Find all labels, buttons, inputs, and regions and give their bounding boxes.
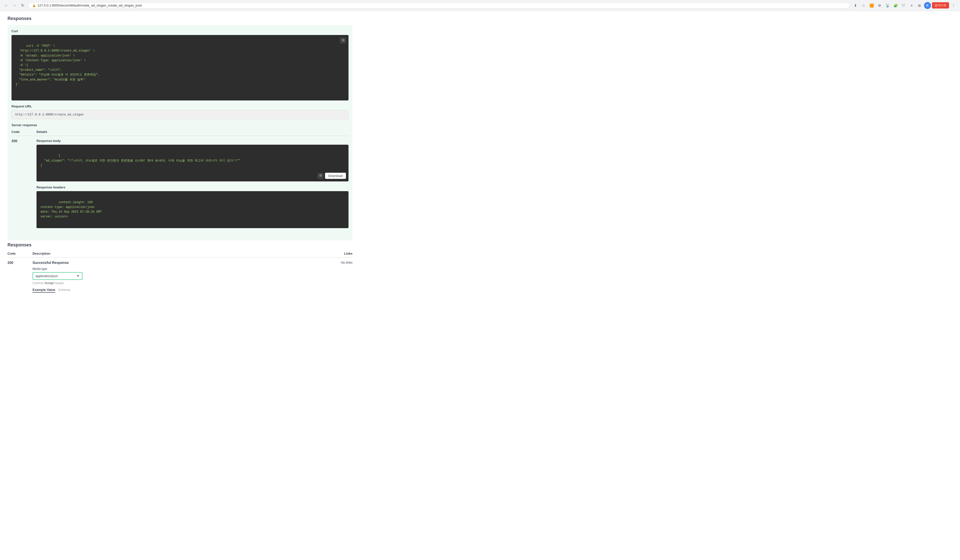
- response-details: Response body { "ad_slogan": "\"나이키, 리뉴얼…: [37, 139, 349, 233]
- extension1-button[interactable]: 🟧: [868, 2, 875, 9]
- response-body-actions: ⧉ Download: [317, 173, 346, 179]
- extension6-button[interactable]: ≡: [908, 2, 915, 9]
- responses-table-row-200: 200 Successful Response Media type appli…: [8, 258, 352, 296]
- code-column-header: Code: [11, 130, 37, 134]
- extension3-button[interactable]: 📡: [884, 2, 891, 9]
- request-url-box: http://127.0.0.1:8000/create_ad_slogan: [11, 110, 349, 119]
- response-headers-code-block: content-length: 166 content-type: applic…: [37, 191, 349, 228]
- url-text: 127.0.0.1:8000/docs#/default/create_ad_s…: [37, 3, 142, 7]
- responses-desc-200: Successful Response Media type applicati…: [32, 261, 323, 293]
- page-content: Responses Curl curl -X 'POST' \ 'http://…: [0, 11, 360, 301]
- reload-button[interactable]: ↻: [19, 2, 26, 9]
- responses-title-bottom: Responses: [8, 243, 352, 247]
- profile-avatar[interactable]: K: [924, 2, 931, 9]
- response-code-200: 200: [11, 139, 37, 233]
- accept-link[interactable]: Accept: [45, 281, 54, 285]
- extension5-button[interactable]: 🛡: [900, 2, 907, 9]
- controls-header-text: header.: [54, 281, 64, 285]
- address-bar[interactable]: 🔒 127.0.0.1:8000/docs#/default/create_ad…: [28, 2, 850, 8]
- nav-buttons: ← → ↻: [3, 2, 26, 9]
- extension4-button[interactable]: 🧩: [892, 2, 899, 9]
- response-body-text: { "ad_slogan": "\"나이키, 리뉴얼로 극한 편안함과 튼튼함을…: [40, 154, 240, 167]
- request-url-label: Request URL: [11, 104, 349, 108]
- controls-label: Controls: [32, 281, 45, 285]
- curl-code-text: curl -X 'POST' \ 'http://127.0.0.1:8000/…: [16, 44, 99, 86]
- lock-icon: 🔒: [32, 4, 36, 7]
- chevron-down-icon: ▼: [77, 274, 80, 278]
- share-button[interactable]: ⬆: [852, 2, 859, 9]
- responses-code-header: Code: [8, 252, 32, 255]
- response-body-code-block: { "ad_slogan": "\"나이키, 리뉴얼로 극한 편안함과 튼튼함을…: [37, 145, 349, 182]
- back-button[interactable]: ←: [3, 2, 10, 9]
- example-value-schema-tabs: Example Value Schema: [32, 288, 323, 293]
- responses-links-200: No links: [323, 261, 352, 293]
- successful-response-label: Successful Response: [32, 261, 323, 265]
- curl-section: Curl curl -X 'POST' \ 'http://127.0.0.1:…: [8, 25, 352, 240]
- response-body-copy-button[interactable]: ⧉: [317, 173, 323, 179]
- media-type-label: Media type: [32, 267, 323, 271]
- browser-chrome: ← → ↻ 🔒 127.0.0.1:8000/docs#/default/cre…: [0, 0, 960, 11]
- responses-title-top: Responses: [8, 16, 352, 21]
- browser-actions: ⬆ ☆ 🟧 ⚙ 📡 🧩 🛡 ≡ ⊞ K 업데이트 ⋮: [852, 2, 957, 9]
- media-type-select[interactable]: application/json ▼: [32, 272, 83, 280]
- forward-button[interactable]: →: [11, 2, 18, 9]
- responses-section-bottom: Responses Code Description Links 200 Suc…: [8, 243, 352, 296]
- curl-copy-button[interactable]: ⧉: [340, 37, 346, 43]
- tab-schema[interactable]: Schema: [58, 288, 70, 293]
- curl-label: Curl: [11, 29, 349, 33]
- bookmark-button[interactable]: ☆: [860, 2, 867, 9]
- extension2-button[interactable]: ⚙: [876, 2, 883, 9]
- server-response-table-header: Code Details: [11, 130, 349, 136]
- responses-code-200: 200: [8, 261, 32, 293]
- server-response-label: Server response: [11, 123, 349, 127]
- response-row-200: 200 Response body { "ad_slogan": "\"나이키,…: [11, 136, 349, 236]
- details-column-header: Details: [37, 130, 349, 134]
- update-button[interactable]: 업데이트: [932, 2, 949, 8]
- response-headers-label: Response headers: [37, 185, 349, 189]
- media-type-value: application/json: [35, 274, 58, 278]
- responses-table-header: Code Description Links: [8, 252, 352, 258]
- response-body-label: Response body: [37, 139, 349, 143]
- download-button[interactable]: Download: [325, 173, 346, 179]
- response-headers-text: content-length: 166 content-type: applic…: [40, 201, 102, 219]
- tab-example-value[interactable]: Example Value: [32, 288, 55, 293]
- menu-button[interactable]: ⋮: [950, 2, 957, 9]
- extension7-button[interactable]: ⊞: [916, 2, 923, 9]
- curl-code-block: curl -X 'POST' \ 'http://127.0.0.1:8000/…: [11, 35, 349, 101]
- responses-links-header: Links: [323, 252, 352, 255]
- controls-text: Controls Accept header.: [32, 281, 323, 285]
- responses-desc-header: Description: [32, 252, 323, 255]
